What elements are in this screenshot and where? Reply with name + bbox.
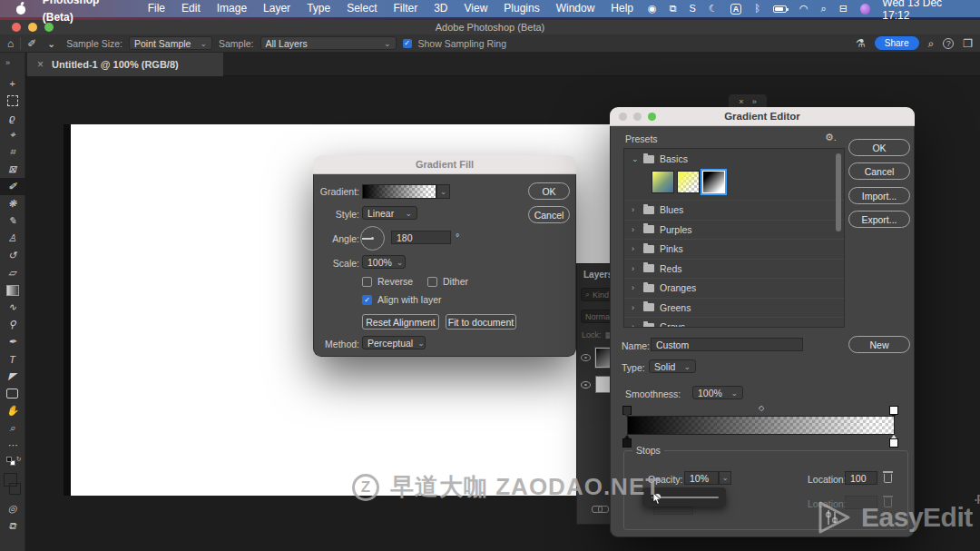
eyedropper-tool-icon[interactable]: ✐ [27,37,36,50]
menu-edit[interactable]: Edit [173,0,209,17]
foreground-color-swatch[interactable] [4,473,17,487]
zoom-tool[interactable]: ⌕ [0,419,25,437]
style-dropdown[interactable]: Linear ⌄ [362,206,417,220]
menu-window[interactable]: Window [548,0,603,17]
reverse-checkbox[interactable] [362,277,372,287]
close-icon[interactable]: × [37,58,44,71]
scrollbar[interactable] [836,153,841,231]
delete-stop-icon[interactable] [884,474,892,483]
smoothness-dropdown[interactable]: 100% ⌄ [692,386,743,399]
input-source-icon[interactable]: A [730,4,741,15]
assistant-app-icon[interactable] [860,4,870,15]
locate-icon[interactable]: ◉ [642,0,663,17]
new-button[interactable]: New [848,336,910,353]
wifi-icon[interactable]: ◠ [793,0,815,17]
menu-photoshop[interactable]: Photoshop (Beta) [34,0,140,26]
preset-folder-purples[interactable]: › Purples [624,220,844,240]
object-selection-tool[interactable]: ⌖ [0,126,25,143]
eyedropper-tool[interactable]: ✐ [0,178,25,195]
search-icon[interactable]: ⌕ [928,37,935,50]
move-tool[interactable]: + [0,74,25,92]
menu-type[interactable]: Type [299,0,338,17]
preset-folder-reds[interactable]: › Reds [624,259,844,279]
scale-dropdown[interactable]: 100% ⌄ [362,255,406,269]
preset-folder-blues[interactable]: › Blues [624,200,844,220]
shottr-app-icon[interactable]: S [683,0,702,17]
angle-input[interactable]: 180 [391,231,451,244]
opacity-stop-left[interactable] [622,406,632,415]
frame-tool[interactable]: ⊠ [0,161,25,178]
preset-swatch-black-white-selected[interactable] [702,171,725,193]
preset-folder-grays[interactable]: › Grays [624,317,844,328]
menu-bar-clock[interactable]: Wed 13 Dec 17:12 [877,0,975,22]
gradient-fill-dialog-title[interactable]: Gradient Fill [313,155,576,174]
reset-colors-icon[interactable]: ↻ [16,456,22,463]
preset-folder-pinks[interactable]: › Pinks [624,239,844,259]
color-swatches[interactable] [2,471,24,500]
fit-to-document-button[interactable]: Fit to document [446,314,516,330]
method-dropdown[interactable]: Perceptual ⌄ [362,336,426,349]
collapsed-panel-tab[interactable]: × » [729,94,767,108]
link-layers-icon[interactable] [592,504,608,513]
gradient-preview[interactable] [362,184,436,199]
smudge-tool[interactable]: ∿ [0,299,25,316]
preset-folder-oranges[interactable]: › Oranges [624,278,844,298]
marquee-tool[interactable] [0,92,25,109]
midpoint-diamond-icon[interactable]: ◇ [759,404,764,412]
gradient-editor-title-bar[interactable]: Gradient Editor [610,107,915,126]
dodge-tool[interactable]: ⚲ [0,316,25,333]
gradient-tool[interactable] [0,281,25,299]
align-with-layer-checkbox[interactable] [362,295,372,305]
history-brush-tool[interactable]: ↺ [0,247,25,264]
import-button[interactable]: Import... [848,187,910,204]
name-input[interactable]: Custom [651,338,803,351]
control-center-icon[interactable]: ⊟ [833,0,854,17]
dither-checkbox[interactable] [427,277,437,287]
path-selection-tool[interactable]: ◤ [0,368,25,385]
sample-layers-dropdown[interactable]: All Layers ⌄ [260,36,397,50]
menu-help[interactable]: Help [603,0,642,17]
screen-mode-button[interactable]: ⧉ [0,517,25,535]
mini-color-swatches[interactable]: ↻ [2,456,24,468]
battery-icon[interactable] [773,5,787,13]
opacity-dropdown-chevron[interactable]: ⌄ [719,471,731,485]
opacity-stop-right-selected[interactable] [889,406,898,415]
location-input[interactable]: 100 [845,471,877,485]
type-tool[interactable]: T [0,350,25,368]
visibility-eye-icon[interactable] [581,354,591,361]
spot-healing-tool[interactable]: ❋ [0,195,25,212]
menu-plugins[interactable]: Plugins [495,0,547,17]
display-icon[interactable]: ⧉ [663,0,683,17]
collapse-panel-icon[interactable]: » [0,53,10,74]
close-icon[interactable]: × [739,97,743,106]
lasso-tool[interactable]: ϱ [0,109,25,126]
gradient-editing-bar[interactable] [627,416,895,435]
crop-tool[interactable]: ⌗ [0,143,25,161]
cancel-button[interactable]: Cancel [528,206,570,223]
focus-moon-icon[interactable]: ☾ [702,0,724,17]
menu-layer[interactable]: Layer [255,0,299,17]
gradient-picker-chevron[interactable]: ⌄ [436,184,450,199]
dither-checkbox-row[interactable]: Dither [427,276,468,287]
menu-view[interactable]: View [456,0,496,17]
apple-menu-icon[interactable] [15,3,27,15]
help-icon[interactable]: ? [943,38,954,49]
color-stop-left[interactable] [622,438,632,448]
opacity-value[interactable]: 10% [684,471,719,485]
color-stop-right[interactable] [889,438,898,448]
ok-button[interactable]: OK [528,182,570,200]
share-button[interactable]: Share [875,36,919,50]
beta-beaker-icon[interactable]: ⚗ [856,37,866,50]
preset-swatch-yellow-blue[interactable] [652,171,674,193]
pen-tool[interactable]: ✒ [0,333,25,350]
menu-file[interactable]: File [140,0,173,17]
shape-tool[interactable] [0,385,25,402]
visibility-eye-icon[interactable] [581,381,591,389]
bluetooth-icon[interactable]: ᛒ [748,0,767,17]
document-tab[interactable]: × Untitled-1 @ 100% (RGB/8) [27,53,223,76]
sample-size-dropdown[interactable]: Point Sample ⌄ [129,36,212,50]
spotlight-search-icon[interactable]: ⌕ [815,0,833,17]
eraser-tool[interactable]: ▱ [0,264,25,281]
clone-stamp-tool[interactable]: ♙ [0,230,25,247]
menu-3d[interactable]: 3D [426,0,456,17]
